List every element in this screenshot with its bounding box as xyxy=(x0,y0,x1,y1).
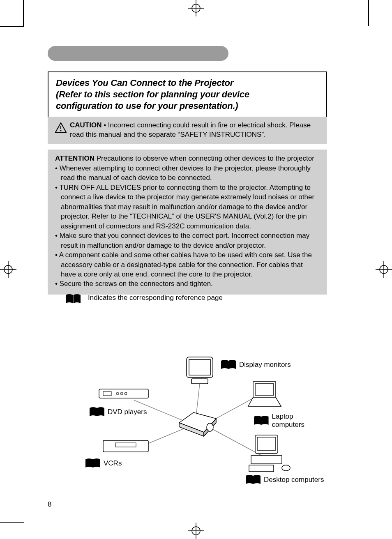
caution-label: CAUTION xyxy=(70,121,101,129)
page-number: 8 xyxy=(48,500,51,509)
registration-mark-icon xyxy=(376,261,392,278)
monitor-icon xyxy=(183,355,216,386)
book-icon xyxy=(65,293,81,305)
crop-mark xyxy=(368,0,369,26)
title-line-1: Devices You Can Connect to the Projector xyxy=(56,77,319,89)
attention-label: ATTENTION xyxy=(55,154,95,162)
connection-diagram: Display monitors Laptop computers Deskto… xyxy=(48,330,327,486)
attention-item: Secure the screws on the connectors and … xyxy=(55,279,320,288)
desktop-computers-label: Desktop computers xyxy=(264,476,324,484)
desktop-icon xyxy=(245,433,294,474)
book-icon xyxy=(89,406,105,418)
svg-point-35 xyxy=(282,465,290,471)
title-box: Devices You Can Connect to the Projector… xyxy=(48,71,327,117)
laptop-computers-label-group: Laptop computers xyxy=(253,412,327,429)
svg-rect-26 xyxy=(189,359,210,375)
caution-body: • Incorrect connecting could result in f… xyxy=(70,121,311,138)
attention-subtitle: Precautions to observe when connecting o… xyxy=(95,154,314,162)
warning-icon xyxy=(55,122,67,133)
attention-item: A component cable and some other cables … xyxy=(55,250,320,279)
svg-point-24 xyxy=(207,423,213,431)
title-line-2: (Refer to this section for planning your… xyxy=(56,89,319,100)
dvd-player-icon xyxy=(97,386,150,402)
attention-item: Whenever attempting to connect other dev… xyxy=(55,164,320,183)
legend-text: Indicates the corresponding reference pa… xyxy=(88,293,223,303)
section-header-pill xyxy=(48,46,228,61)
crop-mark xyxy=(0,26,24,27)
attention-heading: ATTENTION Precautions to observe when co… xyxy=(55,154,320,163)
svg-rect-33 xyxy=(251,456,282,464)
legend: Indicates the corresponding reference pa… xyxy=(65,293,223,305)
book-icon xyxy=(253,415,270,426)
dvd-players-label-group: DVD players xyxy=(89,406,147,418)
dvd-players-label: DVD players xyxy=(108,408,147,416)
vcr-icon xyxy=(101,437,150,456)
attention-item: Make sure that you connect devices to th… xyxy=(55,231,320,250)
title-line-3: configuration to use for your presentati… xyxy=(56,100,319,112)
display-monitors-label-group: Display monitors xyxy=(220,359,291,371)
svg-rect-27 xyxy=(191,379,208,384)
laptop-icon xyxy=(245,380,282,408)
display-monitors-label: Display monitors xyxy=(239,361,291,369)
svg-rect-32 xyxy=(257,437,276,450)
vcrs-label: VCRs xyxy=(104,459,122,468)
attention-item: TURN OFF ALL DEVICES prior to connecting… xyxy=(55,183,320,231)
attention-box: ATTENTION Precautions to observe when co… xyxy=(48,150,327,295)
caution-box: CAUTION • Incorrect connecting could res… xyxy=(48,117,327,144)
svg-rect-34 xyxy=(249,465,274,472)
svg-rect-42 xyxy=(115,443,136,447)
svg-point-14 xyxy=(60,130,61,131)
projector-icon xyxy=(175,408,220,439)
registration-mark-icon xyxy=(0,261,16,278)
crop-mark xyxy=(23,0,24,26)
svg-marker-30 xyxy=(248,397,281,406)
crop-mark xyxy=(0,522,24,523)
svg-rect-29 xyxy=(255,384,274,395)
vcrs-label-group: VCRs xyxy=(85,458,122,469)
laptop-computers-label: Laptop computers xyxy=(272,412,327,429)
page-content: Devices You Can Connect to the Projector… xyxy=(24,26,368,523)
registration-mark-icon xyxy=(188,523,204,539)
desktop-computers-label-group: Desktop computers xyxy=(245,474,324,486)
book-icon xyxy=(220,359,237,371)
attention-list: Whenever attempting to connect other dev… xyxy=(55,164,320,289)
registration-mark-icon xyxy=(188,0,204,16)
book-icon xyxy=(245,474,261,486)
book-icon xyxy=(85,458,101,469)
svg-rect-37 xyxy=(103,392,111,396)
caution-text: CAUTION • Incorrect connecting could res… xyxy=(70,121,320,140)
